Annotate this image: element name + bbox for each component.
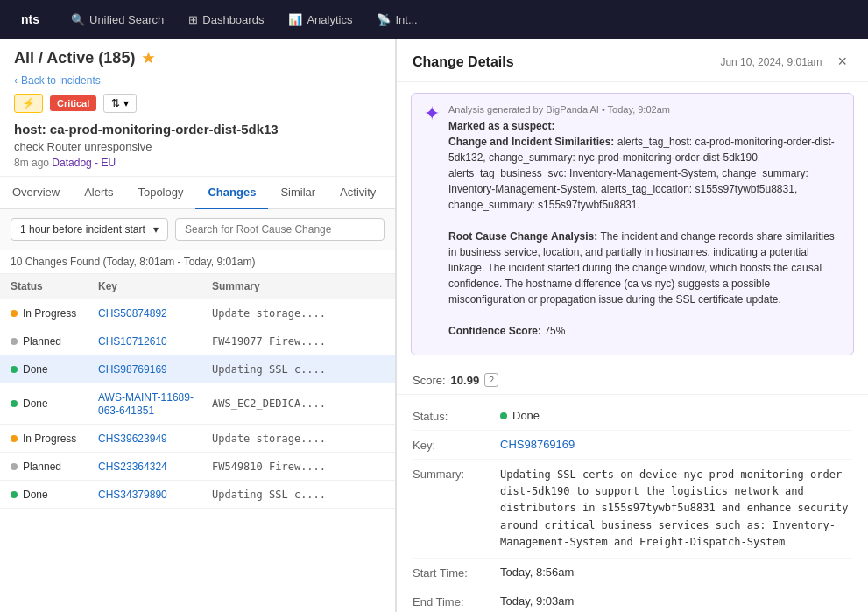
table-row[interactable]: Planned CHS10712610 FW419077 Firew.... [0,327,395,355]
lightning-button[interactable]: ⚡ [14,94,43,113]
changes-table: Status Key Summary In Progress CHS508748… [0,274,395,612]
table-row[interactable]: Done CHS34379890 Updating SSL c.... [0,481,395,509]
incident-meta: 8m ago Datadog - EU [14,157,381,169]
status-dot [11,400,18,407]
table-header: Status Key Summary [0,274,395,299]
table-row[interactable]: In Progress CHS50874892 Update storage..… [0,299,395,327]
field-value-text: Today, 8:56am [500,566,852,579]
nav-unified-search[interactable]: 🔍 Unified Search [60,8,174,32]
table-row[interactable]: Planned CHS23364324 FW549810 Firew.... [0,453,395,481]
field-value-link[interactable]: CHS98769169 [500,438,852,451]
tab-similar[interactable]: Similar [268,177,328,209]
search-root-cause-input[interactable] [175,218,385,241]
status-label: In Progress [23,433,76,445]
status-dot [11,366,18,373]
field-label: Summary: [413,467,500,481]
all-active-header: All / Active (185) ★ [14,49,381,67]
key-cell: AWS-MAINT-11689-063-641851 [98,390,212,417]
change-key-link[interactable]: CHS50874892 [98,307,167,320]
change-key-link[interactable]: CHS34379890 [98,489,167,501]
status-label: Planned [23,461,61,473]
table-row[interactable]: In Progress CHS39623949 Update storage..… [0,425,395,453]
field-row: Key: CHS98769169 [413,431,852,460]
summary-cell: FW549810 Firew.... [212,461,385,473]
score-help-icon[interactable]: ? [484,373,498,387]
nav-analytics-label: Analytics [307,13,352,26]
changes-toolbar: 1 hour before incident start ▾ [0,209,395,250]
tab-activity[interactable]: Activity [328,177,388,209]
summary-cell: AWS_EC2_DEDICA.... [212,397,385,410]
right-panel: Change Details Jun 10, 2024, 9:01am × ✦ … [396,39,868,612]
ai-confidence-value: 75% [544,325,565,337]
incident-title: host: ca-prod-monitoring-order-dist-5dk1… [14,122,381,137]
tab-changes[interactable]: Changes [195,177,268,209]
filter-button[interactable]: ⇅ ▾ [103,94,137,113]
nav-integrations[interactable]: 📡 Int... [366,8,427,32]
nav-analytics[interactable]: 📊 Analytics [278,8,363,32]
tab-overview[interactable]: Overview [0,177,72,209]
change-key-link[interactable]: CHS10712610 [98,335,167,348]
change-key-link[interactable]: CHS23364324 [98,461,167,473]
tab-alerts[interactable]: Alerts [72,177,125,209]
incident-source: Datadog - EU [52,157,116,169]
filter-chevron: ▾ [123,97,129,109]
status-cell: In Progress [11,307,98,320]
left-panel: All / Active (185) ★ ‹ Back to incidents… [0,39,396,612]
key-cell: CHS50874892 [98,306,212,320]
field-row: Start Time: Today, 8:56am [413,559,852,587]
change-key-link[interactable]: CHS98769169 [98,363,167,376]
back-to-incidents-link[interactable]: ‹ Back to incidents [14,74,381,87]
field-label: Start Time: [413,566,500,580]
key-cell: CHS10712610 [98,334,212,348]
summary-cell: Updating SSL c.... [212,489,385,501]
ai-similarities-label: Change and Incident Similarities: [448,136,614,148]
ai-content: Marked as a suspect: Change and Incident… [448,118,841,339]
incident-header: All / Active (185) ★ ‹ Back to incidents… [0,39,395,177]
status-cell: Done [11,397,98,410]
summary-cell: FW419077 Firew.... [212,335,385,348]
nav-dashboards[interactable]: ⊞ Dashboards [178,8,274,32]
score-row: Score: 10.99 ? [397,366,868,395]
integrations-icon: 📡 [377,13,391,26]
ai-analysis-box: ✦ Analysis generated by BigPanda AI • To… [411,93,854,355]
field-value-text: Today, 9:03am [500,594,852,608]
star-icon[interactable]: ★ [142,50,154,67]
summary-cell: Update storage.... [212,433,385,445]
status-dot [11,491,18,498]
nav-unified-search-label: Unified Search [89,13,164,26]
close-button[interactable]: × [832,51,852,73]
field-row: Summary: Updating SSL certs on device ny… [413,460,852,559]
tab-topology[interactable]: Topology [125,177,195,209]
table-row[interactable]: Done AWS-MAINT-11689-063-641851 AWS_EC2_… [0,383,395,425]
score-label: Score: [413,374,446,387]
change-key-link[interactable]: AWS-MAINT-11689-063-641851 [98,391,194,417]
chevron-down-icon: ▾ [153,223,159,236]
key-cell: CHS98769169 [98,362,212,376]
status-label: Done [23,489,48,501]
main-layout: All / Active (185) ★ ‹ Back to incidents… [0,39,868,612]
status-cell: Planned [11,335,98,348]
incident-subtitle: check Router unresponsive [14,140,381,153]
nav-dashboards-label: Dashboards [202,13,264,26]
nav-logo: nts [11,7,50,32]
col-summary: Summary [212,280,385,292]
time-filter-select[interactable]: 1 hour before incident start ▾ [11,218,168,241]
status-dot [11,435,18,442]
field-row: Status: Done [413,402,852,431]
status-dot [11,338,18,345]
change-key-link[interactable]: CHS39623949 [98,433,167,445]
nav-integrations-label: Int... [395,13,417,26]
critical-badge: Critical [50,95,96,111]
field-label: End Time: [413,594,500,608]
table-row[interactable]: Done CHS98769169 Updating SSL c.... [0,355,395,383]
col-key: Key [98,280,212,292]
field-value-mono: Updating SSL certs on device nyc-prod-mo… [500,467,852,551]
filter-icon: ⇅ [111,97,120,109]
status-cell: Done [11,489,98,501]
status-cell: In Progress [11,433,98,445]
summary-cell: Update storage.... [212,307,385,320]
field-label: Status: [413,409,500,423]
status-dot [11,310,18,317]
field-value-status: Done [500,409,852,422]
details-header: Change Details Jun 10, 2024, 9:01am × [397,39,868,82]
